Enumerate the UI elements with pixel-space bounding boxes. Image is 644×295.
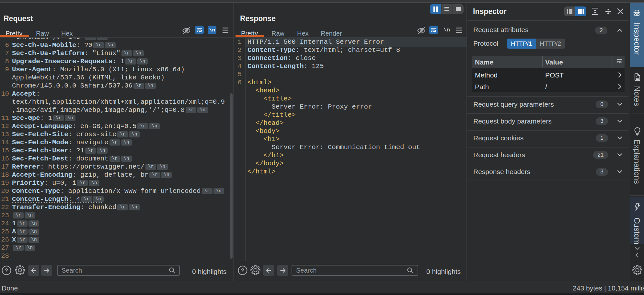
- svg-text:?: ?: [5, 267, 8, 274]
- svg-text:?: ?: [241, 267, 244, 274]
